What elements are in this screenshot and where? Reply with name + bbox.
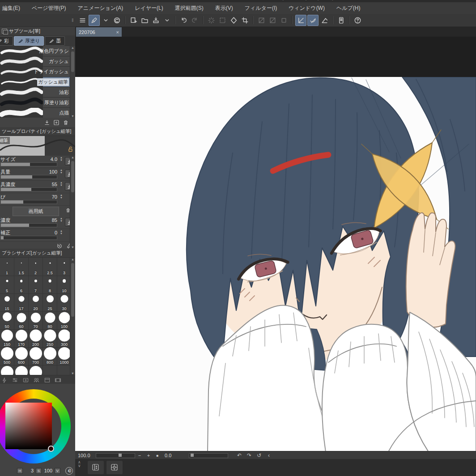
brush-size-partial[interactable] <box>0 365 14 375</box>
window-icon[interactable] <box>44 377 51 383</box>
zoom-slider[interactable] <box>96 453 135 458</box>
snap-special-ruler-icon[interactable] <box>307 15 319 26</box>
save-icon[interactable] <box>151 15 161 26</box>
mixer-icon[interactable] <box>12 377 18 383</box>
slider-track[interactable] <box>0 175 57 179</box>
collapse-icon[interactable]: ‹ <box>264 452 274 459</box>
selection-mask-icon[interactable] <box>268 15 278 26</box>
subtool-tab-厚塗り[interactable]: 厚塗り <box>14 36 44 46</box>
paper-texture-button[interactable]: 画用紙 <box>13 207 59 216</box>
brush-size-2.5[interactable]: 2.5 <box>43 258 57 276</box>
lock-icon[interactable] <box>67 146 73 154</box>
brush-size-700[interactable]: 700 <box>29 347 43 366</box>
eraser-icon[interactable] <box>229 15 239 26</box>
brush-size-50[interactable]: 50 <box>0 311 14 330</box>
brush-size-6[interactable]: 6 <box>14 276 29 294</box>
menu-item[interactable]: 選択範囲(S) <box>169 2 209 14</box>
rotation-slider[interactable] <box>189 453 228 458</box>
slider-track[interactable] <box>0 200 57 204</box>
redo-icon[interactable] <box>190 15 200 26</box>
brush-size-5[interactable]: 5 <box>0 276 14 294</box>
slider-track[interactable] <box>0 236 57 240</box>
delete-subtool-icon[interactable] <box>63 119 69 126</box>
canvas-viewport[interactable] <box>75 37 476 451</box>
brush-size-25[interactable]: 25 <box>43 293 57 312</box>
subtool-tab-墨[interactable]: 墨 <box>45 36 65 46</box>
slider-track[interactable] <box>0 162 57 166</box>
brush-size-8[interactable]: 8 <box>43 276 57 294</box>
menu-item[interactable]: レイヤー(L) <box>129 2 169 14</box>
menu-item[interactable]: ページ管理(P) <box>26 2 72 14</box>
close-icon[interactable]: × <box>116 30 119 35</box>
brush-size-70[interactable]: 70 <box>29 311 43 330</box>
rotate-left-icon[interactable]: ↶ <box>234 452 244 459</box>
undo-icon[interactable] <box>178 15 189 26</box>
selection-launcher-icon[interactable] <box>256 15 267 26</box>
brush-item-ガッシュ[interactable]: ガッシュ <box>0 56 75 67</box>
brush-size-1[interactable]: 1 <box>0 258 14 276</box>
brush-size-170[interactable]: 170 <box>14 329 29 348</box>
brush-size-15[interactable]: 15 <box>0 293 14 312</box>
snap-ruler-icon[interactable] <box>295 15 306 26</box>
subtool-panel-header[interactable]: サブツール[筆] <box>0 27 75 36</box>
subtool-tab-彩[interactable]: 彩 <box>0 36 13 46</box>
panel-grip[interactable]: ‖ <box>72 17 74 23</box>
rotate-right-icon[interactable]: ↷ <box>244 452 254 459</box>
zoom-in-button[interactable]: + <box>144 453 153 458</box>
selection-border-icon[interactable] <box>279 15 289 26</box>
navigator-panel-button[interactable] <box>106 461 123 474</box>
crop-icon[interactable] <box>240 15 250 26</box>
menu-item[interactable]: ウィンドウ(W) <box>283 2 331 14</box>
tool-property-scrollbar[interactable]: ▲▼ <box>70 156 75 249</box>
brush-size-250[interactable]: 250 <box>43 329 57 348</box>
scroll-chevrons[interactable]: ∧∨ <box>78 460 81 468</box>
menu-item[interactable]: フィルター(I) <box>239 2 283 14</box>
tool-property-header[interactable]: ツールプロパティ[ガッシュ細筆] <box>0 127 75 136</box>
rotate-reset-icon[interactable]: ↺ <box>254 452 264 459</box>
chevron-down-icon[interactable] <box>101 15 111 26</box>
film-icon[interactable] <box>55 377 61 383</box>
color-set-icon[interactable] <box>22 377 29 383</box>
brush-size-150[interactable]: 150 <box>0 329 14 348</box>
brush-size-500[interactable]: 500 <box>0 347 14 366</box>
brush-item-油彩[interactable]: 油彩 <box>0 87 75 98</box>
color-selector-dot[interactable] <box>48 446 54 452</box>
select-area-icon[interactable] <box>217 15 228 26</box>
brush-item-ガッシュ細筆[interactable]: ガッシュ細筆 <box>0 77 75 87</box>
bolt-icon[interactable] <box>1 377 8 383</box>
value-stepper[interactable]: ▲▼ <box>60 217 63 222</box>
clip-studio-icon[interactable] <box>112 15 122 26</box>
document-tab[interactable]: 220706 × <box>76 27 122 37</box>
menu-item[interactable]: 表示(V) <box>209 2 239 14</box>
reset-settings-icon[interactable] <box>56 243 63 249</box>
brush-size-800[interactable]: 800 <box>43 347 57 366</box>
slider-track[interactable] <box>0 187 57 191</box>
brush-size-header[interactable]: ブラシサイズ[ガッシュ細筆] <box>0 249 75 258</box>
brush-size-80[interactable]: 80 <box>43 311 57 330</box>
brush-size-17[interactable]: 17 <box>14 293 29 312</box>
menu-item[interactable]: 編集(E) <box>0 2 26 14</box>
help-icon[interactable] <box>353 15 363 26</box>
import-subtool-icon[interactable] <box>44 119 50 126</box>
value-stepper[interactable]: ▲▼ <box>60 169 63 174</box>
snap-grid-icon[interactable] <box>319 15 330 26</box>
value-stepper[interactable]: ▲▼ <box>60 181 63 187</box>
mixing-icon[interactable] <box>33 377 40 383</box>
processing-icon[interactable] <box>206 15 217 26</box>
slider-track[interactable] <box>0 223 57 227</box>
zoom-reset-button[interactable]: ■ <box>153 454 162 458</box>
brush-size-20[interactable]: 20 <box>29 293 43 312</box>
subtool-scrollbar[interactable]: ▲▼ <box>70 46 75 118</box>
brush-size-partial[interactable] <box>14 365 29 375</box>
brush-size-partial[interactable] <box>29 365 43 375</box>
new-canvas-icon[interactable] <box>128 15 139 26</box>
color-mode-toggle[interactable]: ▸ <box>65 467 73 475</box>
brush-size-60[interactable]: 60 <box>14 311 29 330</box>
value-stepper[interactable]: ▲▼ <box>60 156 63 162</box>
zoom-out-button[interactable]: − <box>135 453 144 458</box>
value-stepper[interactable]: ▲▼ <box>60 230 63 235</box>
brush-size-200[interactable]: 200 <box>29 329 43 348</box>
brush-size-partial[interactable] <box>43 365 57 375</box>
brush-item-混色円ブラシ[interactable]: 混色円ブラシ <box>0 46 75 56</box>
brush-size-7[interactable]: 7 <box>29 276 43 294</box>
